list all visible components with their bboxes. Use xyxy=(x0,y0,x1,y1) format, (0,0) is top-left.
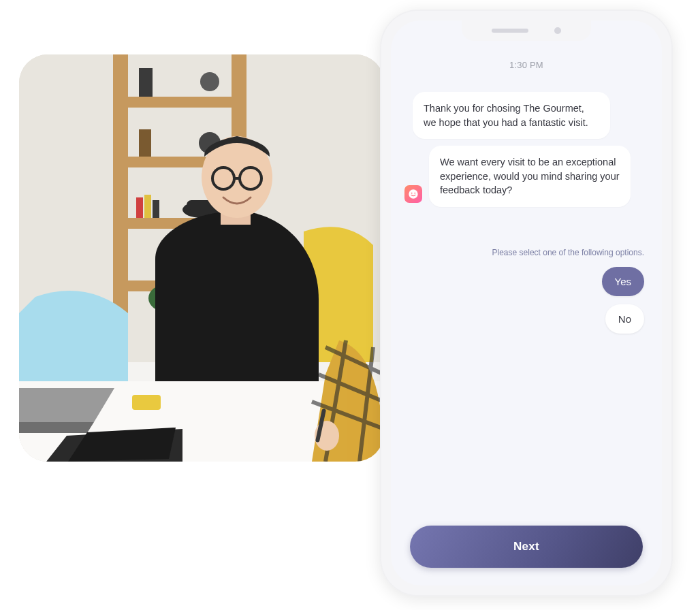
statusbar-time: 1:30 PM xyxy=(391,60,662,70)
svg-rect-14 xyxy=(153,200,159,218)
option-yes[interactable]: Yes xyxy=(602,267,644,296)
front-camera xyxy=(554,27,561,34)
svg-point-9 xyxy=(200,72,219,91)
phone-notch xyxy=(462,20,591,41)
svg-marker-26 xyxy=(19,422,94,433)
background-photo xyxy=(19,54,384,462)
svg-point-39 xyxy=(414,193,415,194)
svg-point-38 xyxy=(411,193,413,194)
svg-rect-12 xyxy=(136,197,143,218)
option-no[interactable]: No xyxy=(605,304,644,334)
option-list: Yes No xyxy=(404,267,644,334)
svg-rect-13 xyxy=(144,195,151,218)
svg-rect-11 xyxy=(139,129,151,157)
option-prompt: Please select one of the following optio… xyxy=(404,248,644,257)
message-bubble: We want every visit to be an exceptional… xyxy=(429,146,631,207)
message-text: We want every visit to be an exceptional… xyxy=(440,157,620,195)
next-button[interactable]: Next xyxy=(410,526,643,568)
phone-screen: 1:30 PM Thank you for chosing The Gourme… xyxy=(391,20,662,585)
svg-rect-4 xyxy=(128,97,232,108)
phone-mockup: 1:30 PM Thank you for chosing The Gourme… xyxy=(380,10,673,596)
photo-illustration xyxy=(19,54,384,462)
message-text: Thank you for chosing The Gourmet, we ho… xyxy=(424,103,588,128)
svg-point-37 xyxy=(409,189,417,198)
svg-rect-8 xyxy=(139,68,153,97)
smile-icon xyxy=(408,189,419,199)
bot-avatar xyxy=(404,185,422,203)
svg-rect-27 xyxy=(132,395,161,410)
message-bubble: Thank you for chosing The Gourmet, we ho… xyxy=(413,92,610,139)
speaker-grille xyxy=(492,29,528,33)
chat-thread: Thank you for chosing The Gourmet, we ho… xyxy=(404,92,648,334)
